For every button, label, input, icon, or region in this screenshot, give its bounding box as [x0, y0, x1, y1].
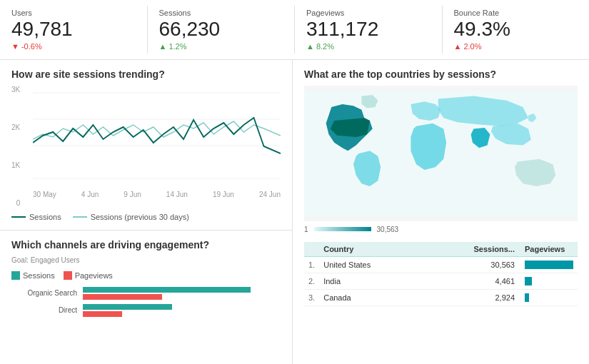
- countries-table: Country Sessions... Pageviews 1. United …: [304, 242, 578, 306]
- pageviews-change: ▲ 8.2%: [306, 42, 431, 51]
- organic-sessions-bar: [83, 287, 251, 293]
- metric-pageviews: Pageviews 311,172 ▲ 8.2%: [295, 6, 443, 54]
- row-country: Canada: [319, 289, 424, 305]
- legend-previous-label: Sessions (previous 30 days): [91, 213, 189, 221]
- scale-gradient-bar: [314, 227, 371, 231]
- row-rank: 1.: [304, 256, 319, 273]
- legend-line-light: [73, 216, 87, 218]
- metrics-bar: Users 49,781 ▼ -0.6% Sessions 66,230 ▲ 1…: [0, 0, 589, 60]
- chart-container: 3K 2K 1K 0 30 May: [33, 86, 281, 207]
- scale-max: 30,563: [377, 226, 399, 233]
- channels-legend: Sessions Pageviews: [11, 271, 281, 280]
- legend-current-label: Sessions: [29, 213, 61, 221]
- users-label: Users: [11, 9, 136, 17]
- bounce-rate-value: 49.3%: [454, 19, 578, 41]
- y-label-0: 0: [16, 199, 21, 207]
- channel-name-direct: Direct: [11, 306, 83, 314]
- row-country: United States: [319, 256, 424, 273]
- main-content: How are site sessions trending? 3K 2K 1K…: [0, 60, 589, 364]
- row-bar-cell: [520, 273, 578, 289]
- x-label-6: 24 Jun: [259, 191, 281, 198]
- channels-subtitle: Goal: Engaged Users: [11, 256, 281, 264]
- x-label-4: 14 Jun: [166, 191, 188, 198]
- bounce-rate-change: ▲ 2.0%: [454, 42, 578, 51]
- direct-sessions-bar: [83, 304, 172, 310]
- y-label-1k: 1K: [11, 161, 20, 169]
- sessions-chart-section: How are site sessions trending? 3K 2K 1K…: [0, 60, 292, 231]
- legend-previous: Sessions (previous 30 days): [73, 213, 189, 221]
- world-map: [304, 86, 578, 221]
- channel-bars-organic: [83, 287, 281, 300]
- ch-legend-sessions: Sessions: [11, 271, 55, 280]
- row-bar-cell: [520, 289, 578, 305]
- left-panel: How are site sessions trending? 3K 2K 1K…: [0, 60, 293, 364]
- chart-legend: Sessions Sessions (previous 30 days): [11, 213, 281, 221]
- table-header-row: Country Sessions... Pageviews: [304, 242, 578, 257]
- channel-row-organic: Organic Search: [11, 287, 281, 300]
- row-bar-cell: [520, 256, 578, 273]
- channel-row-direct: Direct: [11, 304, 281, 317]
- x-label-2: 4 Jun: [81, 191, 99, 198]
- th-num: [304, 242, 319, 257]
- x-label-1: 30 May: [33, 191, 56, 198]
- y-label-2k: 2K: [11, 123, 20, 131]
- map-section: What are the top countries by sessions?: [293, 60, 589, 242]
- organic-pageviews-bar: [83, 294, 162, 300]
- legend-current: Sessions: [11, 213, 61, 221]
- channels-section: Which channels are driving engagement? G…: [0, 231, 292, 364]
- direct-pageviews-bar: [83, 311, 122, 317]
- row-sessions: 4,461: [424, 273, 520, 289]
- ch-legend-pageviews: Pageviews: [64, 271, 113, 280]
- row-rank: 2.: [304, 273, 319, 289]
- row-sessions: 30,563: [424, 256, 520, 273]
- users-change: ▼ -0.6%: [11, 42, 136, 51]
- countries-section: Country Sessions... Pageviews 1. United …: [293, 242, 589, 364]
- row-bar: [525, 277, 532, 285]
- channel-bars-direct: [83, 304, 281, 317]
- th-pageviews: Pageviews: [520, 242, 578, 257]
- x-label-5: 19 Jun: [213, 191, 234, 198]
- row-sessions: 2,924: [424, 289, 520, 305]
- pageviews-label: Pageviews: [306, 9, 431, 17]
- right-panel: What are the top countries by sessions?: [293, 60, 589, 364]
- th-sessions: Sessions...: [424, 242, 520, 257]
- chart-y-axis: 3K 2K 1K 0: [11, 86, 23, 207]
- table-row: 1. United States 30,563: [304, 256, 578, 273]
- x-label-3: 9 Jun: [124, 191, 141, 198]
- table-row: 3. Canada 2,924: [304, 289, 578, 305]
- row-rank: 3.: [304, 289, 319, 305]
- world-map-svg: [304, 86, 578, 221]
- y-label-3k: 3K: [11, 86, 20, 93]
- metric-users: Users 49,781 ▼ -0.6%: [0, 6, 148, 54]
- row-bar: [525, 261, 573, 269]
- sessions-change: ▲ 1.2%: [159, 42, 283, 51]
- sessions-svg: [33, 86, 281, 186]
- metric-bounce-rate: Bounce Rate 49.3% ▲ 2.0%: [443, 6, 590, 54]
- pageviews-value: 311,172: [306, 19, 431, 41]
- table-row: 2. India 4,461: [304, 273, 578, 289]
- ch-pageviews-label: Pageviews: [75, 271, 113, 280]
- sessions-dot: [11, 271, 20, 280]
- legend-line-dark: [11, 216, 26, 218]
- th-country: Country: [319, 242, 424, 257]
- channels-title: Which channels are driving engagement?: [11, 239, 281, 251]
- sessions-chart-title: How are site sessions trending?: [11, 69, 281, 80]
- map-scale-bar: 1 30,563: [304, 226, 578, 233]
- sessions-label: Sessions: [159, 9, 283, 17]
- chart-x-axis: 30 May 4 Jun 9 Jun 14 Jun 19 Jun 24 Jun: [33, 191, 281, 198]
- ch-sessions-label: Sessions: [23, 271, 55, 280]
- row-bar: [525, 293, 529, 302]
- pageviews-dot: [64, 271, 72, 280]
- map-title: What are the top countries by sessions?: [304, 69, 578, 80]
- row-country: India: [319, 273, 424, 289]
- channel-name-organic: Organic Search: [11, 289, 83, 297]
- users-value: 49,781: [11, 19, 136, 41]
- sessions-value: 66,230: [159, 19, 283, 41]
- metric-sessions: Sessions 66,230 ▲ 1.2%: [148, 6, 296, 54]
- scale-min: 1: [304, 226, 308, 233]
- bounce-rate-label: Bounce Rate: [454, 9, 578, 17]
